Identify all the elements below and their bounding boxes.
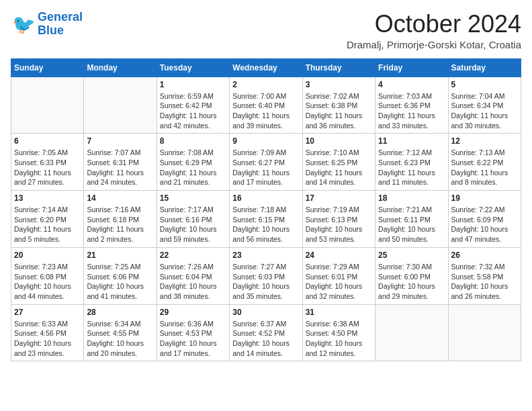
- calendar-cell: [84, 77, 157, 134]
- calendar-cell: 20Sunrise: 7:23 AMSunset: 6:08 PMDayligh…: [11, 247, 84, 304]
- day-info: Sunrise: 6:34 AMSunset: 4:55 PMDaylight:…: [87, 319, 153, 359]
- day-number: 18: [378, 193, 445, 203]
- day-number: 23: [232, 250, 299, 260]
- calendar-cell: 29Sunrise: 6:36 AMSunset: 4:53 PMDayligh…: [157, 304, 229, 361]
- weekday-header: Tuesday: [157, 58, 229, 77]
- calendar-cell: 4Sunrise: 7:03 AMSunset: 6:36 PMDaylight…: [375, 77, 448, 134]
- calendar-week-row: 27Sunrise: 6:33 AMSunset: 4:56 PMDayligh…: [11, 304, 521, 361]
- calendar-cell: 26Sunrise: 7:32 AMSunset: 5:58 PMDayligh…: [448, 247, 521, 304]
- day-info: Sunrise: 7:02 AMSunset: 6:38 PMDaylight:…: [306, 91, 372, 131]
- day-number: 3: [306, 80, 372, 89]
- day-info: Sunrise: 7:04 AMSunset: 6:34 PMDaylight:…: [451, 91, 518, 131]
- day-info: Sunrise: 6:38 AMSunset: 4:50 PMDaylight:…: [306, 319, 372, 359]
- weekday-header: Saturday: [448, 58, 521, 77]
- day-info: Sunrise: 7:08 AMSunset: 6:29 PMDaylight:…: [160, 148, 226, 187]
- day-number: 5: [451, 80, 518, 89]
- day-number: 7: [87, 136, 153, 146]
- day-info: Sunrise: 7:12 AMSunset: 6:23 PMDaylight:…: [378, 148, 445, 187]
- day-info: Sunrise: 6:37 AMSunset: 4:52 PMDaylight:…: [232, 319, 299, 359]
- day-number: 20: [14, 250, 81, 260]
- weekday-header: Sunday: [11, 58, 84, 77]
- day-info: Sunrise: 7:23 AMSunset: 6:08 PMDaylight:…: [14, 262, 81, 302]
- day-number: 26: [451, 250, 518, 260]
- day-info: Sunrise: 7:22 AMSunset: 6:09 PMDaylight:…: [451, 205, 518, 244]
- day-number: 24: [306, 250, 372, 260]
- calendar-cell: 5Sunrise: 7:04 AMSunset: 6:34 PMDaylight…: [448, 77, 521, 134]
- calendar-week-row: 20Sunrise: 7:23 AMSunset: 6:08 PMDayligh…: [11, 247, 521, 304]
- day-info: Sunrise: 7:27 AMSunset: 6:03 PMDaylight:…: [232, 262, 299, 302]
- calendar-cell: 12Sunrise: 7:13 AMSunset: 6:22 PMDayligh…: [448, 134, 521, 191]
- day-info: Sunrise: 7:21 AMSunset: 6:11 PMDaylight:…: [378, 205, 445, 244]
- calendar-cell: [448, 304, 521, 361]
- day-number: 12: [451, 136, 518, 146]
- calendar-cell: 21Sunrise: 7:25 AMSunset: 6:06 PMDayligh…: [84, 247, 157, 304]
- day-number: 16: [232, 193, 299, 203]
- calendar-week-row: 1Sunrise: 6:59 AMSunset: 6:42 PMDaylight…: [11, 77, 521, 134]
- calendar-cell: 6Sunrise: 7:05 AMSunset: 6:33 PMDaylight…: [11, 134, 84, 191]
- location: Dramalj, Primorje-Gorski Kotar, Croatia: [347, 39, 521, 50]
- calendar-cell: 31Sunrise: 6:38 AMSunset: 4:50 PMDayligh…: [302, 304, 375, 361]
- calendar-cell: 17Sunrise: 7:19 AMSunset: 6:13 PMDayligh…: [302, 191, 375, 248]
- day-info: Sunrise: 7:19 AMSunset: 6:13 PMDaylight:…: [306, 205, 372, 244]
- day-info: Sunrise: 7:10 AMSunset: 6:25 PMDaylight:…: [306, 148, 372, 187]
- day-number: 17: [306, 193, 372, 203]
- day-number: 28: [87, 308, 153, 317]
- calendar-cell: 23Sunrise: 7:27 AMSunset: 6:03 PMDayligh…: [230, 247, 302, 304]
- day-number: 6: [14, 136, 81, 146]
- weekday-header: Friday: [375, 58, 448, 77]
- calendar-cell: 11Sunrise: 7:12 AMSunset: 6:23 PMDayligh…: [375, 134, 448, 191]
- calendar-cell: 7Sunrise: 7:07 AMSunset: 6:31 PMDaylight…: [84, 134, 157, 191]
- calendar-cell: 10Sunrise: 7:10 AMSunset: 6:25 PMDayligh…: [302, 134, 375, 191]
- day-number: 2: [232, 80, 299, 89]
- svg-text:🐦: 🐦: [12, 13, 35, 36]
- day-info: Sunrise: 7:09 AMSunset: 6:27 PMDaylight:…: [232, 148, 299, 187]
- day-info: Sunrise: 6:36 AMSunset: 4:53 PMDaylight:…: [160, 319, 226, 359]
- day-number: 27: [14, 308, 81, 317]
- day-info: Sunrise: 7:30 AMSunset: 6:00 PMDaylight:…: [378, 262, 445, 302]
- calendar-cell: [11, 77, 84, 134]
- day-number: 15: [160, 193, 226, 203]
- weekday-header: Wednesday: [230, 58, 302, 77]
- day-number: 30: [232, 308, 299, 317]
- day-number: 11: [378, 136, 445, 146]
- day-number: 25: [378, 250, 445, 260]
- day-info: Sunrise: 7:16 AMSunset: 6:18 PMDaylight:…: [87, 205, 153, 244]
- day-info: Sunrise: 7:32 AMSunset: 5:58 PMDaylight:…: [451, 262, 518, 302]
- calendar-cell: 3Sunrise: 7:02 AMSunset: 6:38 PMDaylight…: [302, 77, 375, 134]
- calendar-week-row: 13Sunrise: 7:14 AMSunset: 6:20 PMDayligh…: [11, 191, 521, 248]
- title-block: October 2024 Dramalj, Primorje-Gorski Ko…: [347, 11, 521, 50]
- day-info: Sunrise: 7:25 AMSunset: 6:06 PMDaylight:…: [87, 262, 153, 302]
- day-number: 13: [14, 193, 81, 203]
- month-year: October 2024: [347, 11, 521, 38]
- day-number: 22: [160, 250, 226, 260]
- logo: 🐦 General Blue: [11, 11, 83, 38]
- calendar-cell: 13Sunrise: 7:14 AMSunset: 6:20 PMDayligh…: [11, 191, 84, 248]
- calendar-cell: 8Sunrise: 7:08 AMSunset: 6:29 PMDaylight…: [157, 134, 229, 191]
- calendar-cell: [375, 304, 448, 361]
- day-info: Sunrise: 7:26 AMSunset: 6:04 PMDaylight:…: [160, 262, 226, 302]
- day-number: 8: [160, 136, 226, 146]
- day-number: 29: [160, 308, 226, 317]
- day-info: Sunrise: 7:07 AMSunset: 6:31 PMDaylight:…: [87, 148, 153, 187]
- day-number: 4: [378, 80, 445, 89]
- logo-text: General Blue: [38, 11, 83, 38]
- day-number: 19: [451, 193, 518, 203]
- day-info: Sunrise: 7:29 AMSunset: 6:01 PMDaylight:…: [306, 262, 372, 302]
- calendar-cell: 16Sunrise: 7:18 AMSunset: 6:15 PMDayligh…: [230, 191, 302, 248]
- weekday-header: Monday: [84, 58, 157, 77]
- calendar-cell: 24Sunrise: 7:29 AMSunset: 6:01 PMDayligh…: [302, 247, 375, 304]
- day-number: 9: [232, 136, 299, 146]
- day-info: Sunrise: 7:17 AMSunset: 6:16 PMDaylight:…: [160, 205, 226, 244]
- calendar-cell: 22Sunrise: 7:26 AMSunset: 6:04 PMDayligh…: [157, 247, 229, 304]
- calendar-week-row: 6Sunrise: 7:05 AMSunset: 6:33 PMDaylight…: [11, 134, 521, 191]
- day-number: 31: [306, 308, 372, 317]
- calendar-cell: 30Sunrise: 6:37 AMSunset: 4:52 PMDayligh…: [230, 304, 302, 361]
- day-info: Sunrise: 7:03 AMSunset: 6:36 PMDaylight:…: [378, 91, 445, 131]
- calendar-cell: 25Sunrise: 7:30 AMSunset: 6:00 PMDayligh…: [375, 247, 448, 304]
- day-number: 1: [160, 80, 226, 89]
- calendar-cell: 28Sunrise: 6:34 AMSunset: 4:55 PMDayligh…: [84, 304, 157, 361]
- day-info: Sunrise: 7:05 AMSunset: 6:33 PMDaylight:…: [14, 148, 81, 187]
- day-number: 21: [87, 250, 153, 260]
- weekday-header: Thursday: [302, 58, 375, 77]
- logo-icon: 🐦: [11, 12, 35, 36]
